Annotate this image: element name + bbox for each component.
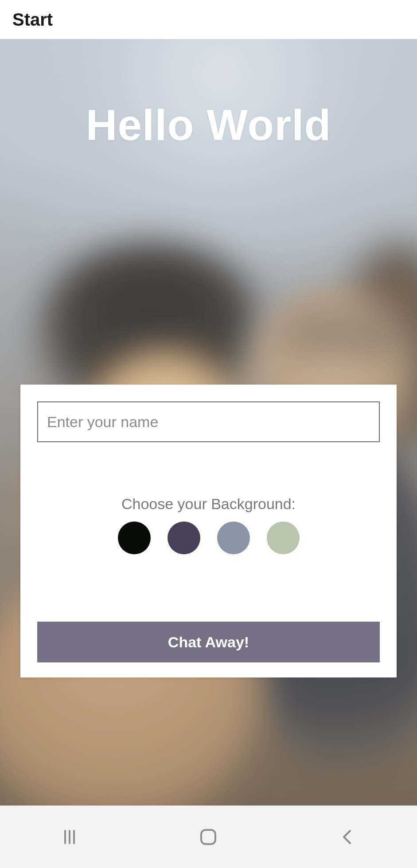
color-option-bluegrey[interactable] (217, 522, 250, 554)
chat-away-button[interactable]: Chat Away! (37, 622, 380, 662)
hero-title: Hello World (0, 100, 417, 150)
color-option-purple[interactable] (168, 522, 200, 554)
background-swatches (37, 522, 380, 554)
back-icon[interactable] (336, 825, 359, 849)
app-header: Start (0, 0, 417, 39)
android-nav-bar (0, 806, 417, 868)
color-option-black[interactable] (118, 522, 151, 554)
page-title: Start (12, 10, 53, 30)
home-icon[interactable] (197, 825, 220, 849)
background-image: Hello World Choose your Background: Chat… (0, 39, 417, 806)
name-input[interactable] (37, 401, 380, 442)
color-option-sage[interactable] (267, 522, 300, 554)
start-card: Choose your Background: Chat Away! (20, 385, 397, 677)
background-label: Choose your Background: (37, 495, 380, 513)
recents-icon[interactable] (58, 825, 81, 849)
svg-rect-3 (201, 830, 215, 844)
